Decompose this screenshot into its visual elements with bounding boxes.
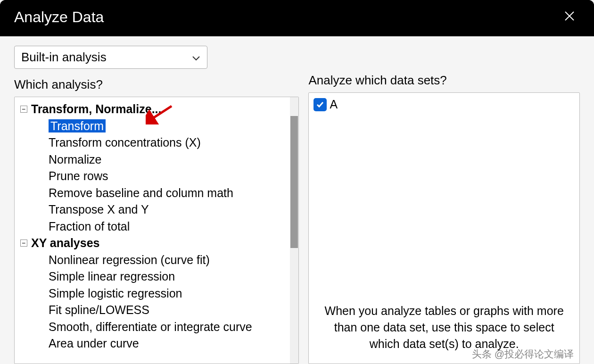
dataset-row-a[interactable]: A: [314, 98, 575, 111]
tree-item-transform-concentrations[interactable]: Transform concentrations (X): [17, 134, 296, 151]
tree-item-remove-baseline[interactable]: Remove baseline and column math: [17, 185, 296, 202]
dataset-checkbox[interactable]: [314, 98, 327, 111]
titlebar: Analyze Data: [0, 0, 594, 36]
analysis-source-dropdown[interactable]: Built-in analysis: [14, 46, 207, 69]
tree-item-smooth-differentiate[interactable]: Smooth, differentiate or integrate curve: [17, 319, 296, 336]
right-column: Analyze which data sets? A: [308, 46, 580, 364]
dataset-label: A: [330, 98, 338, 111]
tree-group-transform-normalize[interactable]: − Transform, Normalize...: [17, 101, 296, 118]
close-button[interactable]: [559, 10, 580, 24]
scrollbar-thumb[interactable]: [290, 116, 298, 248]
analysis-list-panel: − Transform, Normalize... Transform Tran…: [14, 97, 299, 364]
scrollbar[interactable]: [290, 97, 298, 364]
left-column: Built-in analysis Which analysis? − Tran…: [14, 46, 299, 364]
datasets-panel: A When you analyze tables or graphs with…: [308, 92, 580, 364]
tree-item-simple-linear-regression[interactable]: Simple linear regression: [17, 268, 296, 285]
tree-group-xy-analyses[interactable]: − XY analyses: [17, 235, 296, 252]
collapse-icon[interactable]: −: [20, 106, 27, 113]
tree-item-simple-logistic-regression[interactable]: Simple logistic regression: [17, 285, 296, 302]
collapse-icon[interactable]: −: [20, 240, 27, 247]
tree-item-fraction-total[interactable]: Fraction of total: [17, 218, 296, 235]
tree-item-transform[interactable]: Transform: [17, 118, 296, 135]
chevron-down-icon: [192, 50, 200, 65]
tree-item-nonlinear-regression[interactable]: Nonlinear regression (curve fit): [17, 252, 296, 269]
which-analysis-label: Which analysis?: [14, 77, 299, 92]
dropdown-value: Built-in analysis: [21, 50, 107, 65]
analyze-data-dialog: Analyze Data Built-in analysis Which ana…: [0, 0, 594, 364]
tree-item-area-under-curve[interactable]: Area under curve: [17, 335, 296, 352]
analysis-tree[interactable]: − Transform, Normalize... Transform Tran…: [15, 97, 298, 364]
analyze-which-datasets-label: Analyze which data sets?: [308, 73, 580, 88]
tree-item-normalize[interactable]: Normalize: [17, 151, 296, 168]
close-icon: [564, 10, 575, 22]
tree-item-prune-rows[interactable]: Prune rows: [17, 168, 296, 185]
tree-item-transpose[interactable]: Transpose X and Y: [17, 201, 296, 218]
check-icon: [316, 100, 324, 109]
dialog-title: Analyze Data: [14, 8, 104, 26]
tree-item-fit-spline-lowess[interactable]: Fit spline/LOWESS: [17, 302, 296, 319]
dialog-content: Built-in analysis Which analysis? − Tran…: [0, 36, 594, 364]
datasets-hint: When you analyze tables or graphs with m…: [309, 293, 579, 364]
